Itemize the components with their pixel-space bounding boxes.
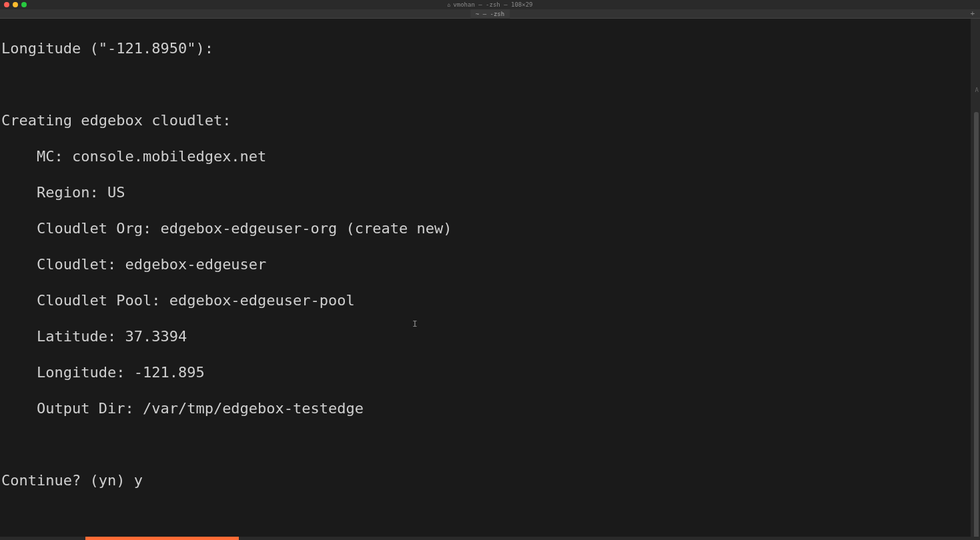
sidebar-indicator: A (975, 87, 979, 93)
terminal-line: Longitude ("-121.8950"): (1, 39, 979, 57)
terminal-line: Output Dir: /var/tmp/edgebox-testedge (1, 399, 979, 417)
terminal-line: Latitude: 37.3394 (1, 327, 979, 345)
terminal-line: MC: console.mobiledgex.net (1, 147, 979, 165)
terminal-line: Longitude: -121.895 (1, 363, 979, 381)
horizontal-scrollbar[interactable] (0, 537, 980, 540)
maximize-button[interactable] (21, 2, 27, 7)
terminal-tab[interactable]: ~ — -zsh (470, 9, 510, 19)
terminal-line: Region: US (1, 183, 979, 201)
terminal-line: Cloudlet Pool: edgebox-edgeuser-pool (1, 291, 979, 309)
terminal-output[interactable]: Longitude ("-121.8950"): Creating edgebo… (0, 19, 980, 540)
minimize-button[interactable] (13, 2, 18, 7)
add-tab-button[interactable]: + (967, 9, 977, 18)
horizontal-scrollbar-thumb[interactable] (85, 537, 239, 540)
vertical-scrollbar[interactable] (971, 19, 980, 540)
vertical-scrollbar-thumb[interactable] (974, 112, 979, 539)
home-icon: ⌂ (447, 2, 450, 8)
terminal-line (1, 435, 979, 453)
terminal-line: Cloudlet: edgebox-edgeuser (1, 255, 979, 273)
window-controls (0, 2, 27, 7)
terminal-line: Cloudlet Org: edgebox-edgeuser-org (crea… (1, 219, 979, 237)
window-title-bar: ⌂ vmohan — -zsh — 108×29 (0, 0, 980, 9)
terminal-line (1, 75, 979, 93)
terminal-line: Creating edgebox cloudlet: (1, 111, 979, 129)
window-title: ⌂ vmohan — -zsh — 108×29 (447, 1, 532, 8)
terminal-line (1, 507, 979, 525)
close-button[interactable] (4, 2, 9, 7)
title-label: vmohan — -zsh — 108×29 (453, 1, 532, 8)
text-cursor-icon: I (412, 319, 416, 328)
terminal-line: Continue? (yn) y (1, 471, 979, 489)
tab-bar: ~ — -zsh + (0, 9, 980, 19)
tab-label: ~ — -zsh (476, 11, 504, 17)
